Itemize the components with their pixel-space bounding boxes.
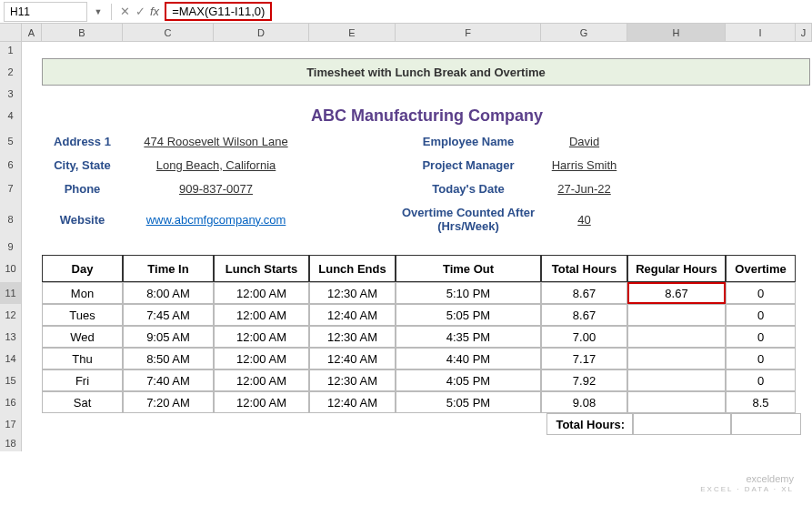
td-lunchstarts[interactable]: 12:00 AM bbox=[214, 326, 309, 348]
th-regular[interactable]: Regular Hours bbox=[627, 255, 726, 282]
td-total[interactable]: 7.92 bbox=[541, 369, 627, 391]
td-lunchstarts[interactable]: 12:00 AM bbox=[214, 282, 309, 304]
col-header[interactable]: D bbox=[214, 24, 309, 41]
td-lunchstarts[interactable]: 12:00 AM bbox=[214, 348, 309, 369]
website-value[interactable]: www.abcmfgcompany.com bbox=[123, 200, 309, 238]
cell[interactable] bbox=[22, 391, 42, 413]
td-lunchstarts[interactable]: 12:00 AM bbox=[214, 391, 309, 413]
formula-input[interactable]: =MAX(G11-I11,0) bbox=[165, 2, 272, 21]
td-timein[interactable]: 9:05 AM bbox=[123, 326, 214, 348]
row-header[interactable]: 15 bbox=[0, 369, 22, 391]
td-day[interactable]: Wed bbox=[42, 326, 123, 348]
cell[interactable] bbox=[309, 200, 396, 238]
website-label[interactable]: Website bbox=[42, 200, 123, 238]
td-day[interactable]: Fri bbox=[42, 369, 123, 391]
cell[interactable] bbox=[22, 413, 42, 435]
td-lunchends[interactable]: 12:40 AM bbox=[309, 348, 396, 369]
employee-value[interactable]: David bbox=[541, 129, 627, 153]
td-overtime[interactable]: 0 bbox=[726, 282, 796, 304]
phone-value[interactable]: 909-837-0077 bbox=[123, 177, 309, 200]
cell[interactable] bbox=[22, 282, 42, 304]
row-header[interactable]: 1 bbox=[0, 42, 22, 58]
th-timein[interactable]: Time In bbox=[123, 255, 214, 282]
cancel-icon[interactable]: ✕ bbox=[120, 5, 130, 18]
address-label[interactable]: Address 1 bbox=[42, 129, 123, 153]
td-lunchends[interactable]: 12:40 AM bbox=[309, 391, 396, 413]
td-total[interactable]: 7.17 bbox=[541, 348, 627, 369]
td-timein[interactable]: 7:40 AM bbox=[123, 369, 214, 391]
col-header[interactable]: C bbox=[123, 24, 214, 41]
td-timeout[interactable]: 4:05 PM bbox=[396, 369, 541, 391]
cell[interactable] bbox=[309, 129, 396, 153]
total-hours-label[interactable]: Total Hours: bbox=[546, 413, 633, 435]
row-header[interactable]: 10 bbox=[0, 255, 22, 282]
td-lunchends[interactable]: 12:30 AM bbox=[309, 282, 396, 304]
td-lunchstarts[interactable]: 12:00 AM bbox=[214, 304, 309, 326]
th-timeout[interactable]: Time Out bbox=[396, 255, 541, 282]
th-day[interactable]: Day bbox=[42, 255, 123, 282]
cell[interactable] bbox=[22, 102, 42, 129]
td-timeout[interactable]: 5:05 PM bbox=[396, 391, 541, 413]
fx-icon[interactable]: fx bbox=[150, 5, 159, 18]
th-total[interactable]: Total Hours bbox=[541, 255, 627, 282]
row-header[interactable]: 17 bbox=[0, 413, 22, 435]
row-header[interactable]: 4 bbox=[0, 102, 22, 129]
col-header[interactable]: E bbox=[309, 24, 396, 41]
cell[interactable] bbox=[22, 200, 42, 238]
col-header[interactable]: H bbox=[627, 24, 726, 41]
td-lunchstarts[interactable]: 12:00 AM bbox=[214, 369, 309, 391]
td-timein[interactable]: 8:00 AM bbox=[123, 282, 214, 304]
td-timein[interactable]: 8:50 AM bbox=[123, 348, 214, 369]
td-timeout[interactable]: 5:05 PM bbox=[396, 304, 541, 326]
th-lunchends[interactable]: Lunch Ends bbox=[309, 255, 396, 282]
row-header[interactable]: 13 bbox=[0, 326, 22, 348]
enter-icon[interactable]: ✓ bbox=[135, 5, 145, 18]
city-value[interactable]: Long Beach, California bbox=[123, 153, 309, 177]
td-timeout[interactable]: 4:35 PM bbox=[396, 326, 541, 348]
td-overtime[interactable]: 0 bbox=[726, 348, 796, 369]
cell[interactable] bbox=[42, 413, 546, 435]
th-lunchstarts[interactable]: Lunch Starts bbox=[214, 255, 309, 282]
td-overtime[interactable]: 0 bbox=[726, 369, 796, 391]
employee-label[interactable]: Employee Name bbox=[396, 129, 541, 153]
td-day[interactable]: Sat bbox=[42, 391, 123, 413]
cell[interactable] bbox=[22, 177, 42, 200]
cell[interactable] bbox=[22, 255, 42, 282]
banner-title[interactable]: Timesheet with Lunch Break and Overtime bbox=[42, 58, 810, 86]
overtime-value[interactable]: 40 bbox=[541, 200, 627, 238]
phone-label[interactable]: Phone bbox=[42, 177, 123, 200]
td-timein[interactable]: 7:45 AM bbox=[123, 304, 214, 326]
total-regular[interactable] bbox=[633, 413, 731, 435]
td-lunchends[interactable]: 12:30 AM bbox=[309, 369, 396, 391]
td-lunchends[interactable]: 12:40 AM bbox=[309, 304, 396, 326]
name-box-dropdown-icon[interactable]: ▼ bbox=[91, 7, 105, 16]
td-lunchends[interactable]: 12:30 AM bbox=[309, 326, 396, 348]
cell[interactable] bbox=[22, 153, 42, 177]
row-header[interactable]: 6 bbox=[0, 153, 22, 177]
total-overtime[interactable] bbox=[731, 413, 801, 435]
td-total[interactable]: 9.08 bbox=[541, 391, 627, 413]
td-day[interactable]: Tues bbox=[42, 304, 123, 326]
td-overtime[interactable]: 0 bbox=[726, 326, 796, 348]
td-total[interactable]: 7.00 bbox=[541, 326, 627, 348]
city-label[interactable]: City, State bbox=[42, 153, 123, 177]
row-header[interactable]: 7 bbox=[0, 177, 22, 200]
row-header[interactable]: 2 bbox=[0, 58, 22, 86]
col-header[interactable]: J bbox=[796, 24, 812, 41]
pm-value[interactable]: Harris Smith bbox=[541, 153, 627, 177]
cell[interactable] bbox=[22, 129, 42, 153]
td-regular[interactable] bbox=[627, 391, 726, 413]
overtime-label[interactable]: Overtime Counted After (Hrs/Week) bbox=[396, 200, 541, 238]
td-timeout[interactable]: 5:10 PM bbox=[396, 282, 541, 304]
cell[interactable] bbox=[309, 153, 396, 177]
row-header[interactable]: 11 bbox=[0, 282, 22, 304]
td-regular[interactable] bbox=[627, 304, 726, 326]
name-box[interactable]: H11 bbox=[4, 2, 87, 22]
td-overtime[interactable]: 0 bbox=[726, 304, 796, 326]
cell[interactable] bbox=[22, 304, 42, 326]
col-header[interactable]: F bbox=[396, 24, 541, 41]
col-header[interactable]: G bbox=[541, 24, 627, 41]
th-overtime[interactable]: Overtime bbox=[726, 255, 796, 282]
cell[interactable] bbox=[22, 326, 42, 348]
date-label[interactable]: Today's Date bbox=[396, 177, 541, 200]
